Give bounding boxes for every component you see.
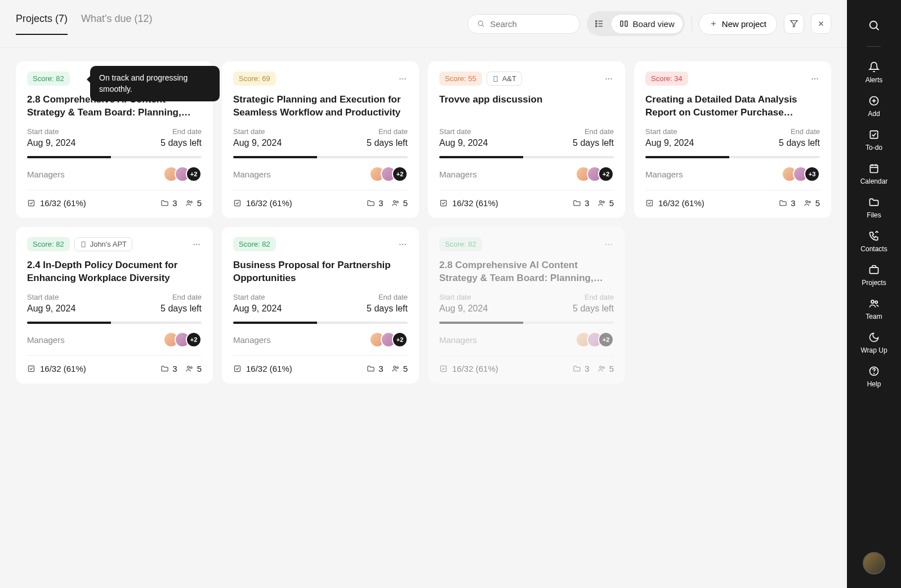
progress-fill <box>645 156 729 158</box>
avatar-stack[interactable]: +2 <box>576 166 614 182</box>
tasks-count: 16/32 (61%) <box>246 364 292 373</box>
search-icon <box>868 19 880 32</box>
card-menu-button[interactable] <box>604 239 614 250</box>
nav-label: Alerts <box>866 76 883 84</box>
end-date-value: 5 days left <box>160 304 202 314</box>
svg-point-81 <box>874 373 875 374</box>
bell-icon <box>868 61 880 73</box>
user-avatar[interactable] <box>863 552 885 574</box>
sidebar-todo[interactable]: To-do <box>847 123 901 157</box>
project-card[interactable]: On track and progressing smoothly. Score… <box>16 61 213 218</box>
svg-point-54 <box>190 367 192 368</box>
progress-bar <box>439 156 614 158</box>
card-menu-button[interactable] <box>191 239 202 250</box>
nav-label: To-do <box>866 144 882 152</box>
filter-button[interactable] <box>784 14 804 34</box>
progress-bar <box>439 322 614 324</box>
svg-rect-8 <box>621 21 623 26</box>
tab-whatsdue[interactable]: What's due (12) <box>81 13 153 35</box>
avatar-stack[interactable]: +2 <box>576 332 614 348</box>
end-date-label: End date <box>160 293 202 301</box>
sidebar-add[interactable]: Add <box>847 90 901 123</box>
apt-badge: John's APT <box>74 237 132 251</box>
briefcase-icon <box>868 264 880 275</box>
sidebar-files[interactable]: Files <box>847 191 901 225</box>
score-badge: Score: 69 <box>233 72 276 86</box>
svg-point-51 <box>198 243 199 244</box>
folder-icon <box>160 199 169 207</box>
start-date-label: Start date <box>233 127 282 136</box>
avatar-stack[interactable]: +3 <box>782 166 820 182</box>
sidebar-calendar[interactable]: Calendar <box>847 157 901 191</box>
search-input[interactable] <box>490 19 570 29</box>
svg-rect-64 <box>441 366 447 372</box>
card-menu-button[interactable] <box>604 74 614 84</box>
search-box[interactable] <box>467 14 580 34</box>
filter-icon <box>790 19 799 28</box>
card-menu-button[interactable] <box>810 74 820 84</box>
check-square-icon <box>439 364 448 373</box>
project-card[interactable]: Score: 82 2.8 Comprehensive AI Content S… <box>428 227 625 384</box>
close-button[interactable] <box>811 14 831 34</box>
start-date-label: Start date <box>27 127 75 136</box>
sidebar-search[interactable] <box>847 14 901 37</box>
nav-label: Help <box>867 380 881 388</box>
managers-label: Managers <box>645 170 683 179</box>
sidebar-projects[interactable]: Projects <box>847 259 901 292</box>
card-title: 2.4 In-Depth Policy Document for Enhanci… <box>27 259 202 285</box>
end-date-label: End date <box>779 127 820 136</box>
board-view-button[interactable]: Board view <box>612 15 683 33</box>
moon-icon <box>868 332 880 343</box>
svg-point-66 <box>603 367 604 368</box>
end-date-label: End date <box>573 127 614 136</box>
start-date-value: Aug 9, 2024 <box>233 304 282 314</box>
board-icon <box>619 19 628 28</box>
avatar-stack[interactable]: +2 <box>163 332 202 348</box>
divider <box>692 16 692 32</box>
start-date-value: Aug 9, 2024 <box>645 138 694 148</box>
tab-projects[interactable]: Projects (7) <box>16 13 68 35</box>
list-view-button[interactable] <box>589 14 609 34</box>
avatar-stack[interactable]: +2 <box>369 332 408 348</box>
sidebar-help[interactable]: Help <box>847 360 901 394</box>
apt-badge: A&T <box>487 72 522 86</box>
sidebar-contacts[interactable]: Contacts <box>847 225 901 259</box>
progress-fill <box>233 322 317 324</box>
check-square-icon <box>233 199 242 207</box>
svg-point-60 <box>396 367 398 368</box>
svg-point-38 <box>811 78 813 79</box>
card-menu-button[interactable] <box>398 239 408 250</box>
svg-rect-27 <box>494 76 497 81</box>
project-card[interactable]: Score: 82 Business Proposal for Partners… <box>222 227 419 384</box>
tooltip: On track and progressing smoothly. <box>90 66 220 101</box>
sidebar-alerts[interactable]: Alerts <box>847 56 901 90</box>
svg-point-37 <box>603 201 604 203</box>
svg-point-78 <box>871 300 874 303</box>
plus-icon <box>710 20 717 28</box>
end-date-label: End date <box>573 293 614 301</box>
avatar-stack[interactable]: +2 <box>369 166 408 182</box>
sidebar-wrapup[interactable]: Wrap Up <box>847 326 901 360</box>
project-card[interactable]: Score: 55 A&T Trovve app discussion Star… <box>428 61 625 218</box>
svg-point-50 <box>196 243 197 244</box>
score-badge: Score: 82 <box>27 237 70 251</box>
dots-icon <box>398 239 408 250</box>
svg-point-6 <box>595 25 596 26</box>
avatar-stack[interactable]: +2 <box>163 166 202 182</box>
sidebar-team[interactable]: Team <box>847 292 901 326</box>
project-card[interactable]: Score: 69 Strategic Planning and Executi… <box>222 61 419 218</box>
card-menu-button[interactable] <box>398 74 408 84</box>
view-toggle: Board view <box>587 11 685 36</box>
users-icon <box>868 298 880 309</box>
svg-point-62 <box>608 243 609 244</box>
folder-icon <box>573 364 581 373</box>
svg-marker-12 <box>791 21 797 27</box>
progress-fill <box>233 156 317 158</box>
project-card[interactable]: Score: 34 Creating a Detailed Data Analy… <box>634 61 831 218</box>
folders-count: 3 <box>378 198 383 208</box>
project-card[interactable]: Score: 82 John's APT 2.4 In-Depth Policy… <box>16 227 213 384</box>
svg-point-67 <box>870 21 877 29</box>
tasks-count: 16/32 (61%) <box>40 364 86 373</box>
divider <box>867 46 881 47</box>
new-project-button[interactable]: New project <box>699 13 777 35</box>
